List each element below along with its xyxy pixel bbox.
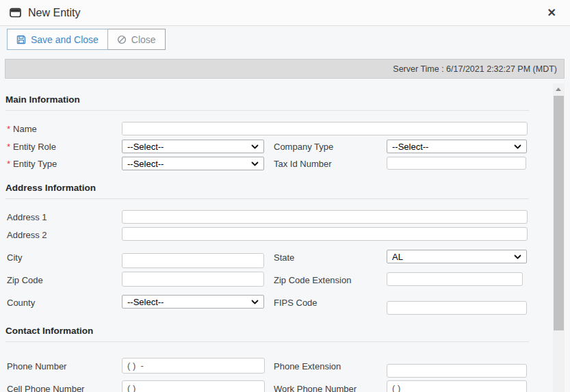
zip-code-extension-label: Zip Code Extension (274, 275, 351, 285)
company-type-select[interactable]: --Select-- (387, 140, 527, 153)
entity-role-label: *Entity Role (7, 142, 56, 152)
cell-phone-number-input[interactable] (122, 380, 265, 392)
entity-type-select[interactable]: --Select-- (122, 157, 264, 170)
zip-code-extension-input[interactable] (387, 272, 523, 286)
state-label: State (274, 252, 294, 263)
state-value: AL (392, 252, 403, 262)
dialog-title: New Entity (28, 7, 80, 19)
section-title-address-information: Address Information (5, 183, 529, 199)
title-bar: New Entity ✕ (0, 0, 570, 26)
section-title-contact-information: Contact Information (5, 326, 529, 342)
fips-code-input[interactable] (387, 301, 527, 315)
close-button[interactable]: Close (108, 29, 166, 50)
county-label: County (7, 298, 35, 308)
required-marker: * (7, 159, 10, 169)
save-and-close-button[interactable]: Save and Close (7, 29, 108, 50)
chevron-down-icon (251, 300, 259, 304)
city-input[interactable] (122, 253, 264, 268)
name-input[interactable] (122, 122, 528, 135)
close-icon[interactable]: ✕ (547, 6, 556, 20)
county-value: --Select-- (127, 297, 164, 307)
server-time-text: Server Time : 6/17/2021 2:32:27 PM (MDT) (393, 64, 557, 74)
window-icon (10, 8, 21, 18)
tax-id-number-input[interactable] (387, 157, 526, 170)
phone-number-input[interactable] (122, 358, 265, 374)
toolbar: Save and Close Close (7, 29, 166, 50)
zip-code-label: Zip Code (7, 275, 43, 285)
address2-label: Address 2 (7, 230, 47, 240)
chevron-down-icon (514, 254, 521, 259)
phone-extension-input[interactable] (387, 364, 527, 378)
company-type-value: --Select-- (392, 142, 428, 152)
required-marker: * (7, 142, 10, 152)
chevron-down-icon (251, 161, 259, 166)
work-phone-number-label: Work Phone Number (274, 384, 357, 392)
phone-extension-label: Phone Extension (274, 361, 341, 371)
zip-code-input[interactable] (122, 272, 264, 287)
save-and-close-label: Save and Close (31, 34, 99, 45)
city-label: City (7, 252, 22, 263)
new-entity-dialog: New Entity ✕ Save and Close Close Server… (0, 0, 570, 392)
tax-id-number-label: Tax Id Number (274, 159, 332, 169)
address2-input[interactable] (122, 227, 528, 241)
vertical-scrollbar[interactable] (553, 83, 565, 392)
chevron-down-icon (251, 144, 259, 149)
entity-type-label: *Entity Type (7, 159, 57, 169)
chevron-down-icon (514, 144, 521, 149)
entity-type-value: --Select-- (127, 159, 164, 169)
address1-input[interactable] (122, 210, 528, 224)
block-icon (117, 35, 127, 44)
company-type-label: Company Type (274, 142, 333, 152)
phone-number-label: Phone Number (7, 361, 66, 371)
required-marker: * (7, 124, 10, 134)
fips-code-label: FIPS Code (274, 298, 318, 308)
scrollbar-thumb[interactable] (554, 96, 564, 330)
entity-role-select[interactable]: --Select-- (122, 140, 264, 153)
close-label: Close (131, 34, 156, 45)
work-phone-number-input[interactable] (387, 380, 527, 392)
cell-phone-number-label: Cell Phone Number (7, 384, 84, 392)
address1-label: Address 1 (7, 212, 47, 222)
county-select[interactable]: --Select-- (122, 295, 264, 309)
scroll-up-arrow-icon[interactable] (556, 88, 561, 91)
state-select[interactable]: AL (387, 250, 527, 263)
entity-role-value: --Select-- (127, 142, 164, 152)
server-time-bar: Server Time : 6/17/2021 2:32:27 PM (MDT) (5, 59, 565, 79)
name-label: *Name (7, 124, 37, 134)
save-icon (16, 35, 26, 44)
section-title-main-information: Main Information (5, 94, 529, 111)
